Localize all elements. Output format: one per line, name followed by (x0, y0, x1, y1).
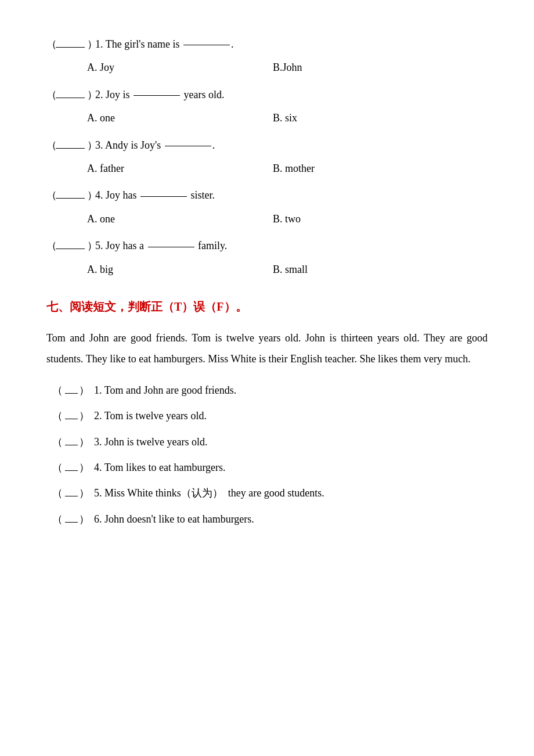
option-2a: A. one (87, 109, 273, 127)
question-5: （ ） 5. Joy has a family. A. big B. small (46, 236, 488, 279)
question-1: （ ） 1. The girl's name is . A. Joy B.Joh… (46, 35, 488, 77)
answer-blank-2[interactable] (56, 98, 85, 98)
question-2: （ ） 2. Joy is years old. A. one B. six (46, 85, 488, 128)
options-2: A. one B. six (87, 109, 488, 127)
options-4: A. one B. two (87, 210, 488, 228)
bracket-open-5: （ (46, 236, 55, 255)
option-5a: A. big (87, 260, 273, 279)
question-text-4: 4. Joy has sister. (95, 186, 488, 204)
tf-text-5: 5. Miss White thinks（认为） they are good s… (94, 484, 324, 502)
option-1b: B.John (273, 58, 459, 77)
answer-blank-1[interactable] (56, 47, 85, 48)
option-4b: B. two (273, 210, 459, 228)
option-2b: B. six (273, 109, 459, 127)
bracket-close-1: ） (87, 35, 95, 53)
tf-text-4: 4. Tom likes to eat hamburgers. (94, 458, 226, 477)
section6-questions: （ ） 1. The girl's name is . A. Joy B.Joh… (46, 35, 488, 279)
bracket-open-4: （ (46, 186, 55, 204)
tf-questions: （ ） 1. Tom and John are good friends. （ … (46, 381, 488, 528)
bracket-close-5: ） (87, 236, 95, 255)
bracket-open-3: （ (46, 136, 55, 154)
section7-header: 七、阅读短文，判断正（T）误（F）。 (46, 296, 488, 317)
option-3a: A. father (87, 159, 273, 178)
tf-text-3: 3. John is twelve years old. (94, 433, 207, 451)
section7: 七、阅读短文，判断正（T）误（F）。 Tom and John are good… (46, 296, 488, 528)
options-3: A. father B. mother (87, 159, 488, 178)
question-text-1: 1. The girl's name is . (95, 35, 488, 53)
question-text-2: 2. Joy is years old. (95, 85, 488, 104)
question-text-3: 3. Andy is Joy's . (95, 136, 488, 154)
bracket-open-1: （ (46, 35, 55, 53)
option-4a: A. one (87, 210, 273, 228)
answer-blank-3[interactable] (56, 148, 85, 149)
question-text-5: 5. Joy has a family. (95, 236, 488, 255)
question-4: （ ） 4. Joy has sister. A. one B. two (46, 186, 488, 228)
tf-question-2: （ ） 2. Tom is twelve years old. (46, 406, 488, 425)
bracket-close-4: ） (87, 186, 95, 204)
question-3: （ ） 3. Andy is Joy's . A. father B. moth… (46, 136, 488, 178)
tf-text-2: 2. Tom is twelve years old. (94, 406, 207, 425)
options-1: A. Joy B.John (87, 58, 488, 77)
bracket-close-2: ） (87, 85, 95, 104)
tf-question-1: （ ） 1. Tom and John are good friends. (46, 381, 488, 399)
passage-text: Tom and John are good friends. Tom is tw… (46, 327, 488, 369)
options-5: A. big B. small (87, 260, 488, 279)
option-3b: B. mother (273, 159, 459, 178)
tf-question-5: （ ） 5. Miss White thinks（认为） they are go… (46, 484, 488, 502)
bracket-close-3: ） (87, 136, 95, 154)
tf-question-3: （ ） 3. John is twelve years old. (46, 433, 488, 451)
option-1a: A. Joy (87, 58, 273, 77)
answer-blank-5[interactable] (56, 249, 85, 249)
bracket-open-2: （ (46, 85, 55, 104)
tf-text-1: 1. Tom and John are good friends. (94, 381, 236, 399)
tf-question-4: （ ） 4. Tom likes to eat hamburgers. (46, 458, 488, 477)
option-5b: B. small (273, 260, 459, 279)
tf-question-6: （ ） 6. John doesn't like to eat hamburge… (46, 510, 488, 528)
passage-content: Tom and John are good friends. Tom is tw… (46, 332, 488, 365)
tf-text-6: 6. John doesn't like to eat hamburgers. (94, 510, 254, 528)
answer-blank-4[interactable] (56, 198, 85, 199)
